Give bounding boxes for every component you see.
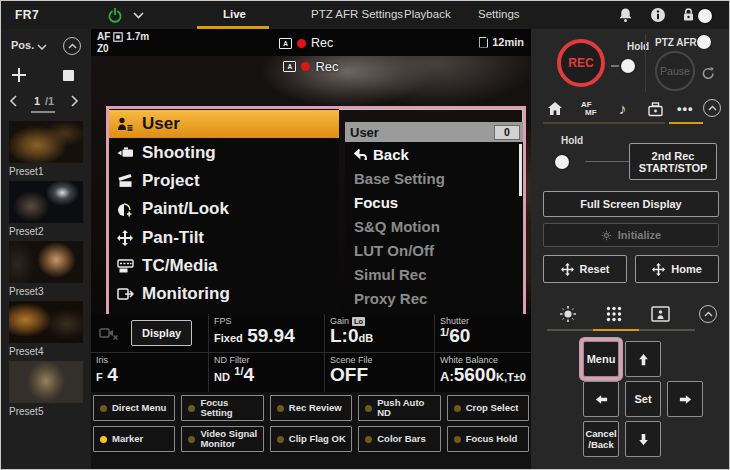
submenu-item-base-setting[interactable]: Base Setting: [345, 166, 523, 190]
audio-tab-icon[interactable]: ♪: [619, 100, 627, 117]
af-mf-tab-icon[interactable]: AF MF: [581, 101, 597, 117]
pos-dropdown-label[interactable]: Pos.: [11, 39, 34, 51]
fr7-web-app: FR7 Live PTZ AFR Settings Playback Setti…: [0, 0, 730, 470]
rec-button[interactable]: REC: [557, 39, 605, 87]
crop-select-button[interactable]: Crop Select: [447, 395, 529, 421]
arrow-right-button[interactable]: [667, 381, 703, 417]
tab-playback[interactable]: Playback: [404, 8, 451, 20]
color-bars-button[interactable]: Color Bars: [358, 426, 440, 452]
menu-item-paint-look[interactable]: Paint/Look: [109, 195, 339, 223]
camera-off-icon: [99, 326, 119, 340]
rec-dot-icon: [297, 39, 306, 48]
reset-button[interactable]: Reset: [543, 255, 627, 283]
iris-cell[interactable]: Iris F 4: [91, 353, 209, 392]
power-icon[interactable]: [107, 7, 123, 23]
menu-item-monitoring[interactable]: Monitoring: [109, 280, 339, 308]
initialize-button[interactable]: Initialize: [543, 223, 719, 247]
push-auto-nd-button[interactable]: Push Auto ND: [358, 395, 440, 421]
status-dot: [454, 436, 461, 443]
submenu-item-simul-rec[interactable]: Simul Rec: [345, 262, 523, 286]
home-label: Home: [671, 263, 702, 275]
full-screen-display-button[interactable]: Full Screen Display: [543, 191, 719, 217]
rec2-hold-label: Hold: [561, 135, 583, 146]
arrow-down-button[interactable]: [625, 421, 661, 457]
menu-item-project[interactable]: Project: [109, 167, 339, 195]
preset-thumbnail-3[interactable]: [9, 241, 83, 283]
app-title: FR7: [15, 8, 39, 22]
gain-cell[interactable]: GainLo L:0dB: [325, 314, 435, 353]
panel-collapse-icon-1[interactable]: [703, 99, 721, 117]
shutter-cell[interactable]: Shutter 1/60: [435, 314, 531, 353]
preset-thumbnail-5[interactable]: [9, 361, 83, 403]
display-button[interactable]: Display: [131, 320, 192, 346]
clip-flag-ok-button[interactable]: Clip Flag OK: [270, 426, 352, 452]
rec-review-button[interactable]: Rec Review: [270, 395, 352, 421]
menu-item-shooting[interactable]: Shooting: [109, 138, 339, 166]
page-prev-icon[interactable]: [9, 95, 17, 107]
ptz-joystick-tab-icon[interactable]: [559, 305, 577, 323]
status-dot: [277, 436, 284, 443]
status-dot-on: [100, 436, 107, 443]
submenu-item-back[interactable]: Back: [345, 142, 523, 166]
panel-collapse-icon-2[interactable]: [699, 305, 717, 323]
cancel-back-button[interactable]: Cancel /Back: [583, 421, 619, 457]
sidebar-collapse-icon[interactable]: [63, 37, 81, 55]
menu-item-tc-media[interactable]: TC/Media: [109, 252, 339, 280]
menu-item-label: Shooting: [142, 143, 216, 163]
page-next-icon[interactable]: [71, 95, 79, 107]
menu-item-pan-tilt[interactable]: Pan-Tilt: [109, 224, 339, 252]
video-signal-monitor-button[interactable]: Video Signal Monitor: [181, 426, 263, 452]
section-divider: [645, 34, 646, 92]
tab-ptz-afr-settings[interactable]: PTZ AFR Settings: [311, 8, 403, 20]
direct-menu-button[interactable]: Direct Menu: [93, 395, 175, 421]
user-icon: [115, 117, 135, 132]
submenu-item-sq-motion[interactable]: S&Q Motion: [345, 214, 523, 238]
pos-chevron-down-icon[interactable]: [37, 44, 47, 50]
tracking-tab-icon[interactable]: [651, 306, 670, 322]
rec-hold-link: [611, 65, 619, 67]
focus-area-icon: [113, 32, 123, 42]
fps-cell[interactable]: FPS Fixed 59.94: [209, 314, 325, 353]
tab-live[interactable]: Live: [223, 8, 246, 20]
marker-button[interactable]: Marker: [93, 426, 175, 452]
power-chevron-down-icon[interactable]: [133, 12, 144, 19]
camera-tab-icon[interactable]: [647, 101, 664, 117]
preset-label-3: Preset3: [9, 286, 43, 297]
pause-button[interactable]: Pause: [655, 51, 695, 91]
submenu-item-focus[interactable]: Focus: [345, 190, 523, 214]
info-icon[interactable]: [650, 7, 666, 23]
preset-grid-tab-icon[interactable]: [605, 305, 623, 323]
second-rec-start-stop-button[interactable]: 2nd Rec START/STOP: [629, 143, 717, 180]
home-button[interactable]: Home: [635, 255, 719, 283]
more-tab-icon[interactable]: •••: [677, 101, 694, 116]
preset-thumbnail-4[interactable]: [9, 301, 83, 343]
notification-bell-icon[interactable]: [618, 7, 633, 23]
preset-thumbnail-2[interactable]: [9, 181, 83, 223]
submenu-item-lut-on-off[interactable]: LUT On/Off: [345, 238, 523, 262]
tab-settings[interactable]: Settings: [478, 8, 520, 20]
pan-tilt-cross-icon: [652, 263, 665, 276]
wb-prefix: A:: [440, 369, 454, 384]
control-panel: REC Hold PTZ AFR Pause AF MF ♪ ••• Hold: [531, 29, 730, 470]
arrow-up-button[interactable]: [625, 341, 661, 377]
preset-thumbnail-1[interactable]: [9, 121, 83, 163]
submenu-item-proxy-rec[interactable]: Proxy Rec: [345, 286, 523, 310]
submenu-scrollbar[interactable]: [519, 144, 522, 196]
scene-file-cell[interactable]: Scene File OFF: [325, 353, 435, 392]
menu-item-user[interactable]: User: [109, 110, 339, 138]
arrow-left-button[interactable]: [583, 381, 619, 417]
focus-hold-button[interactable]: Focus Hold: [447, 426, 529, 452]
focus-setting-button[interactable]: Focus Setting: [181, 395, 263, 421]
add-preset-button[interactable]: [11, 67, 27, 83]
restart-icon[interactable]: [701, 66, 716, 81]
white-balance-cell[interactable]: White Balance A:5600K,T±0: [435, 353, 531, 392]
set-button[interactable]: Set: [625, 381, 661, 417]
stop-button[interactable]: [63, 70, 74, 81]
menu-dpad-button[interactable]: Menu: [583, 341, 619, 377]
assign-button-row-2: Marker Video Signal Monitor Clip Flag OK…: [93, 426, 529, 452]
iris-value: 4: [107, 364, 118, 385]
home-tab-icon[interactable]: [547, 101, 563, 116]
back-icon: [354, 149, 367, 160]
nd-filter-cell[interactable]: ND Filter ND 1/4: [209, 353, 325, 392]
nd-label: ND Filter: [214, 355, 319, 365]
